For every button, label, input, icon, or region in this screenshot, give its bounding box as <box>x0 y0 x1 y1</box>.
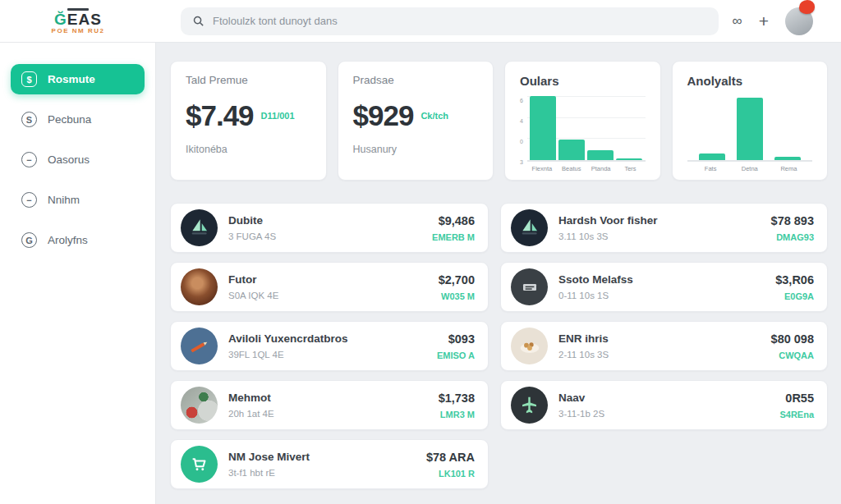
bar <box>737 98 763 160</box>
plane-icon <box>511 387 548 424</box>
list-item[interactable]: Futor S0A IQK 4E $2,700 W035 M <box>170 262 489 312</box>
list-item[interactable]: Hardsh Voor fisher 3.11 10s 3S $78 893 D… <box>500 203 828 253</box>
notification-badge <box>799 0 815 14</box>
sidebar-item-1[interactable]: S Pecbuna <box>11 104 145 135</box>
orders-chart-card: Oulars 6403FlexntaBeatusPtandaTers <box>504 61 661 181</box>
dollar-icon: $ <box>21 71 37 87</box>
x-axis-labels: FatsDetnaRema <box>687 165 813 172</box>
brand-logo: ĞEAS POE NM RU2 <box>0 7 156 34</box>
product-photo <box>181 268 218 305</box>
label-icon <box>511 268 548 305</box>
product-title: Naav <box>558 392 769 404</box>
search-input[interactable] <box>213 15 707 27</box>
product-title: Futor <box>228 273 428 286</box>
product-subtitle: 3.11 10s 3S <box>558 231 761 241</box>
product-title: Ssoto Melafss <box>558 273 765 286</box>
product-badge: EMISO A <box>437 351 475 360</box>
bar <box>774 157 801 160</box>
product-column-right: Hardsh Voor fisher 3.11 10s 3S $78 893 D… <box>500 203 828 430</box>
chart-title: Anolyalts <box>687 74 813 88</box>
coin-icon: S <box>21 112 37 127</box>
stat-title: Pradsae <box>353 74 479 86</box>
stat-badge: D11/001 <box>261 111 295 121</box>
header-actions: ∞ + <box>733 7 841 35</box>
product-title: ENR ihris <box>558 332 761 345</box>
logo-rest: EAS <box>67 11 102 28</box>
product-subtitle: 0-11 10s 1S <box>558 291 765 300</box>
list-item[interactable]: Aviloli Yuxencrdatbros 39FL 1QL 4E $093 … <box>170 321 489 371</box>
stat-subtitle: Ikitonéba <box>186 144 311 155</box>
sidebar-item-4[interactable]: G Arolyfns <box>11 225 145 255</box>
list-item[interactable]: Naav 3-11-1b 2S 0R55 S4REna <box>500 380 828 430</box>
main-content: Tald Premue $7.49 D11/001 Ikitonéba Prad… <box>156 43 841 504</box>
orders-bar-chart: 6403FlexntaBeatusPtandaTers <box>520 96 646 178</box>
product-title: Aviloli Yuxencrdatbros <box>228 332 426 345</box>
list-item[interactable]: Ssoto Melafss 0-11 10s 1S $3,R06 E0G9A <box>500 262 828 312</box>
sailboat-icon <box>181 209 218 246</box>
circled-minus-icon: − <box>21 192 37 208</box>
bar <box>616 158 642 160</box>
sidebar-item-2[interactable]: − Oasorus <box>11 144 145 175</box>
product-subtitle: S0A IQK 4E <box>228 291 428 300</box>
sidebar: $ Rosmute S Pecbuna − Oasorus − Nnihm G … <box>0 43 156 504</box>
brand-tagline: POE NM RU2 <box>0 28 156 34</box>
stat-subtitle: Husanury <box>353 144 479 155</box>
list-item[interactable]: ENR ihris 2-11 10s 3S $80 098 CWQAA <box>500 321 828 371</box>
product-price: $80 098 <box>771 332 814 346</box>
product-price: 0R55 <box>779 392 814 405</box>
circled-minus-icon: − <box>21 152 37 167</box>
product-badge: W035 M <box>439 291 475 301</box>
stats-row: Tald Premue $7.49 D11/001 Ikitonéba Prad… <box>170 61 828 181</box>
product-subtitle: 3 FUGA 4S <box>228 231 421 241</box>
bar-plot <box>527 96 646 162</box>
product-subtitle: 2-11 10s 3S <box>558 350 761 360</box>
bar <box>699 153 725 160</box>
product-badge: EMERB M <box>432 232 475 242</box>
food-icon <box>511 328 548 364</box>
product-subtitle: 3t-f1 hbt rE <box>228 468 416 478</box>
product-badge: LK101 R <box>426 469 475 479</box>
product-price: $093 <box>437 332 475 346</box>
stat-value: $7.49 <box>186 99 254 132</box>
product-subtitle: 3-11-1b 2S <box>558 409 769 419</box>
chart-title: Oulars <box>520 74 646 88</box>
search-icon <box>192 15 205 27</box>
sidebar-item-label: Nnihm <box>48 194 80 206</box>
sidebar-item-label: Rosmute <box>48 73 95 85</box>
y-axis: 6403 <box>520 96 523 178</box>
add-button[interactable]: + <box>759 12 769 30</box>
stat-badge: Ck/tch <box>420 111 448 121</box>
product-title: Mehmot <box>228 392 428 404</box>
analytics-chart-card: Anolyalts FatsDetnaRema <box>672 61 829 181</box>
product-badge: E0G9A <box>775 291 814 301</box>
product-price: $2,700 <box>439 273 475 286</box>
bar <box>530 96 556 160</box>
bar-plot <box>687 96 813 162</box>
product-price: $9,486 <box>432 214 475 227</box>
product-title: Dubite <box>228 214 421 227</box>
bar <box>558 140 585 160</box>
product-badge: LMR3 M <box>439 410 475 419</box>
list-item[interactable]: Dubite 3 FUGA 4S $9,486 EMERB M <box>170 203 489 253</box>
bar <box>587 150 614 160</box>
sidebar-item-3[interactable]: − Nnihm <box>11 185 145 215</box>
product-badge: S4REna <box>779 410 814 419</box>
sidebar-item-label: Oasorus <box>48 153 90 166</box>
stat-value: $929 <box>353 99 414 132</box>
stat-card-revenue: Tald Premue $7.49 D11/001 Ikitonéba <box>170 61 327 181</box>
list-item[interactable]: NM Jose Mivert 3t-f1 hbt rE $78 ARA LK10… <box>170 439 489 489</box>
sidebar-item-label: Arolyfns <box>48 234 88 246</box>
analytics-bar-chart: FatsDetnaRema <box>687 96 813 178</box>
cart-icon <box>181 446 218 483</box>
user-avatar[interactable] <box>785 7 813 35</box>
product-photo <box>181 387 218 424</box>
sidebar-item-label: Pecbuna <box>48 113 91 126</box>
product-title: NM Jose Mivert <box>228 451 416 463</box>
product-price: $78 893 <box>771 214 814 227</box>
x-axis-labels: FlexntaBeatusPtandaTers <box>527 165 646 172</box>
sidebar-item-0[interactable]: $ Rosmute <box>11 64 145 94</box>
list-item[interactable]: Mehmot 20h 1at 4E $1,738 LMR3 M <box>170 380 489 430</box>
pencil-icon <box>181 328 218 364</box>
link-icon[interactable]: ∞ <box>733 13 742 30</box>
product-column-left: Dubite 3 FUGA 4S $9,486 EMERB M Futor S0… <box>170 203 489 489</box>
